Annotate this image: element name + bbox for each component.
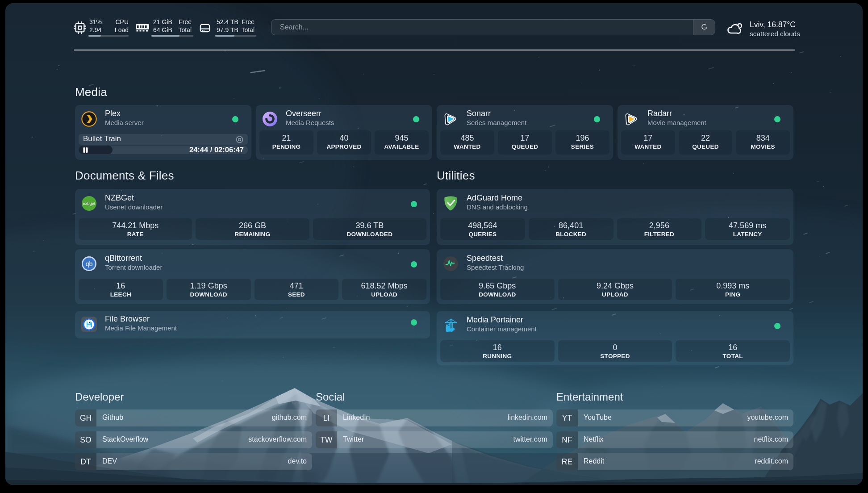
svg-text:qb: qb — [85, 260, 92, 267]
svg-text:nzbget: nzbget — [83, 201, 96, 206]
